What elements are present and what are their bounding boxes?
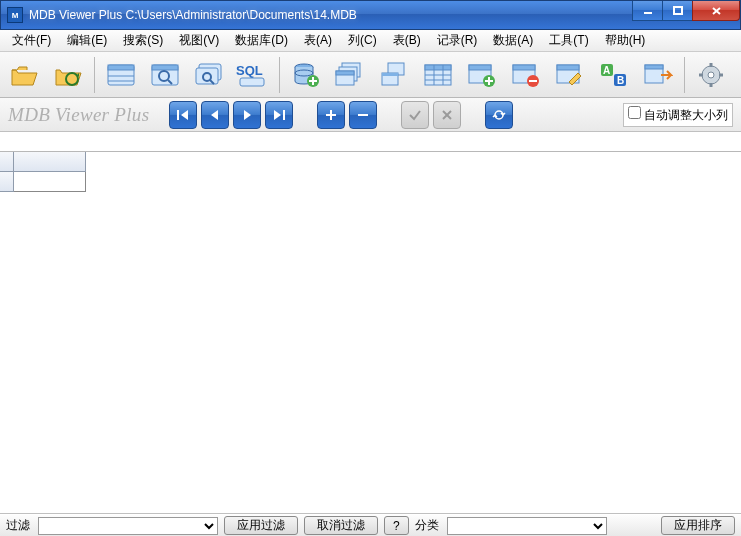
column-header[interactable] (14, 152, 86, 172)
menu-view[interactable]: 视图(V) (171, 30, 227, 51)
svg-rect-1 (674, 7, 682, 14)
menu-record[interactable]: 记录(R) (429, 30, 486, 51)
autosize-checkbox[interactable] (628, 106, 641, 119)
maximize-button[interactable] (662, 1, 692, 21)
record-nav-group (169, 101, 293, 129)
svg-rect-30 (382, 73, 398, 76)
search-all-button[interactable] (189, 55, 229, 95)
apply-sort-button[interactable]: 应用排序 (661, 516, 735, 535)
menu-column[interactable]: 列(C) (340, 30, 385, 51)
svg-text:SQL: SQL (236, 63, 263, 78)
sort-select[interactable] (447, 517, 607, 535)
check-icon (408, 108, 422, 122)
autosize-container: 自动调整大小列 (623, 103, 733, 127)
edit-table-button[interactable] (550, 55, 590, 95)
filter-select[interactable] (38, 517, 218, 535)
last-icon (272, 108, 286, 122)
toolbar-separator (94, 57, 95, 93)
row-header[interactable] (0, 172, 14, 192)
ab-column-button[interactable]: AB (594, 55, 634, 95)
sql-button[interactable]: SQL (233, 55, 273, 95)
table-design-icon (379, 61, 409, 89)
app-logo-text: MDB Viewer Plus (8, 104, 149, 126)
export-button[interactable] (638, 55, 678, 95)
refresh-button[interactable] (48, 55, 88, 95)
plus-icon (324, 108, 338, 122)
window-controls (632, 1, 740, 21)
edit-group (317, 101, 377, 129)
table-design-button[interactable] (374, 55, 414, 95)
svg-rect-27 (336, 71, 354, 75)
svg-rect-10 (152, 65, 178, 70)
menu-table-b[interactable]: 表(B) (385, 30, 429, 51)
next-record-button[interactable] (233, 101, 261, 129)
ab-icon: AB (599, 61, 629, 89)
commit-button[interactable] (401, 101, 429, 129)
commit-group (401, 101, 461, 129)
close-button[interactable] (692, 1, 740, 21)
open-button[interactable] (4, 55, 44, 95)
table-info-button[interactable] (101, 55, 141, 95)
minimize-button[interactable] (632, 1, 662, 21)
prev-icon (208, 108, 222, 122)
add-record-button[interactable] (317, 101, 345, 129)
table-delete-icon (511, 61, 541, 89)
filter-bar: 过滤 应用过滤 取消过滤 ? 分类 应用排序 (0, 514, 741, 536)
grid-corner[interactable] (0, 152, 14, 172)
search-all-icon (194, 61, 224, 89)
x-icon (440, 108, 454, 122)
refresh-nav-button[interactable] (485, 101, 513, 129)
tables-icon (335, 61, 365, 89)
export-icon (643, 61, 673, 89)
search-icon (150, 61, 180, 89)
menu-table-a[interactable]: 表(A) (296, 30, 340, 51)
filter-label: 过滤 (6, 517, 30, 534)
delete-record-button[interactable] (349, 101, 377, 129)
first-record-button[interactable] (169, 101, 197, 129)
delete-table-button[interactable] (506, 55, 546, 95)
refresh-group (485, 101, 513, 129)
sql-icon: SQL (236, 61, 270, 89)
svg-rect-64 (358, 114, 368, 116)
database-add-icon (291, 61, 321, 89)
gear-icon (697, 61, 725, 89)
add-table-button[interactable] (462, 55, 502, 95)
toolbar-separator (684, 57, 685, 93)
autosize-label: 自动调整大小列 (644, 108, 728, 122)
add-database-button[interactable] (286, 55, 326, 95)
table-icon (423, 61, 453, 89)
table-view-button[interactable] (418, 55, 458, 95)
menu-tools[interactable]: 工具(T) (541, 30, 596, 51)
tables-button[interactable] (330, 55, 370, 95)
app-icon: M (7, 7, 23, 23)
folder-open-icon (9, 61, 39, 89)
last-record-button[interactable] (265, 101, 293, 129)
next-icon (240, 108, 254, 122)
svg-rect-18 (240, 78, 264, 86)
toolbar-separator (279, 57, 280, 93)
apply-filter-button[interactable]: 应用过滤 (224, 516, 298, 535)
sort-label: 分类 (415, 517, 439, 534)
menu-search[interactable]: 搜索(S) (115, 30, 171, 51)
cancel-filter-button[interactable]: 取消过滤 (304, 516, 378, 535)
data-grid[interactable] (0, 152, 741, 514)
svg-rect-60 (177, 110, 179, 120)
first-icon (176, 108, 190, 122)
prev-record-button[interactable] (201, 101, 229, 129)
menu-database[interactable]: 数据库(D) (227, 30, 296, 51)
search-table-button[interactable] (145, 55, 185, 95)
menu-data[interactable]: 数据(A) (485, 30, 541, 51)
filter-help-button[interactable]: ? (384, 516, 409, 535)
menu-file[interactable]: 文件(F) (4, 30, 59, 51)
tab-strip (0, 132, 741, 152)
window-title: MDB Viewer Plus C:\Users\Administrator\D… (29, 8, 632, 22)
main-toolbar: SQL AB (0, 52, 741, 98)
svg-text:A: A (603, 65, 610, 76)
settings-button[interactable] (691, 55, 731, 95)
grid-cell[interactable] (14, 172, 86, 192)
cancel-edit-button[interactable] (433, 101, 461, 129)
menu-help[interactable]: 帮助(H) (597, 30, 654, 51)
cycle-icon (492, 108, 506, 122)
table-edit-icon (555, 61, 585, 89)
menu-edit[interactable]: 编辑(E) (59, 30, 115, 51)
